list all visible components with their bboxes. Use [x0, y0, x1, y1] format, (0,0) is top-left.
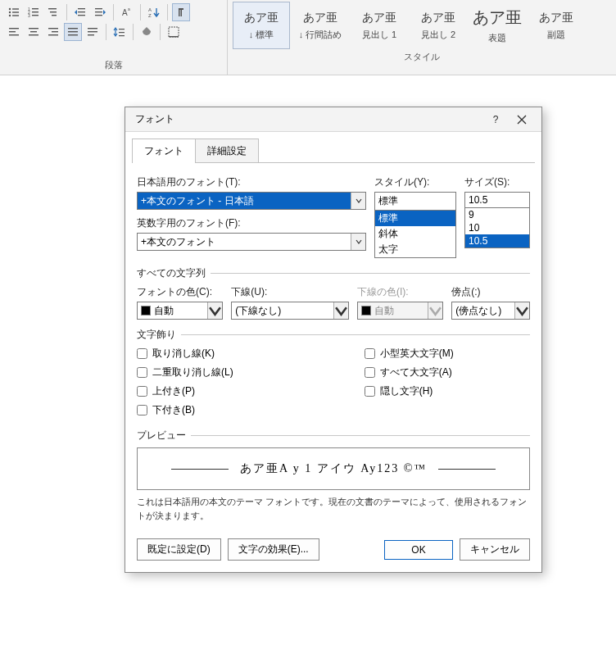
- svg-rect-19: [95, 11, 102, 12]
- tab-advanced[interactable]: 詳細設定: [195, 138, 259, 163]
- svg-rect-25: [9, 28, 19, 29]
- svg-rect-16: [78, 11, 85, 12]
- styles-gallery[interactable]: あア亜↓ 標準 あア亜↓ 行間詰め あア亜見出し 1 あア亜見出し 2 あア亜表…: [233, 0, 611, 49]
- svg-rect-39: [88, 34, 94, 35]
- borders-icon[interactable]: [165, 23, 183, 41]
- size-option[interactable]: 10.5: [465, 234, 529, 247]
- smallcaps-checkbox[interactable]: 小型英大文字(M): [365, 347, 454, 361]
- align-right-icon[interactable]: [44, 23, 62, 41]
- style-listbox[interactable]: 標準 標準 斜体 太字: [374, 192, 456, 258]
- style-option[interactable]: 標準: [375, 211, 455, 226]
- style-label: スタイル(Y):: [374, 175, 456, 189]
- styles-group: あア亜↓ 標準 あア亜↓ 行間詰め あア亜見出し 1 あア亜見出し 2 あア亜表…: [228, 0, 616, 75]
- numbering-icon[interactable]: 123: [25, 3, 43, 21]
- styles-group-label: スタイル: [233, 49, 611, 65]
- show-marks-icon[interactable]: [172, 3, 190, 21]
- chevron-down-icon[interactable]: [207, 302, 222, 319]
- svg-point-4: [9, 15, 11, 16]
- sort-icon[interactable]: AZ: [145, 3, 163, 21]
- style-option[interactable]: 斜体: [375, 226, 455, 242]
- multilevel-icon[interactable]: [44, 3, 62, 21]
- chevron-down-icon[interactable]: [351, 234, 365, 250]
- text-effects-button[interactable]: 文字の効果(E)...: [228, 538, 319, 561]
- jp-font-combo[interactable]: [137, 192, 366, 210]
- phonetic-icon[interactable]: Aa: [118, 3, 136, 21]
- svg-rect-31: [48, 28, 58, 29]
- double-strike-checkbox[interactable]: 二重取り消し線(L): [137, 366, 233, 379]
- style-heading2[interactable]: あア亜見出し 2: [410, 2, 467, 49]
- svg-rect-41: [119, 32, 125, 33]
- svg-rect-37: [88, 28, 97, 29]
- emphasis-label: 傍点(:): [451, 285, 530, 299]
- allcaps-checkbox[interactable]: すべて大文字(A): [365, 366, 454, 379]
- preview-text: あア亜A y 1 アイウ Ay123 ©™: [240, 461, 427, 476]
- ok-button[interactable]: OK: [384, 540, 453, 560]
- svg-rect-36: [68, 34, 78, 35]
- ascii-font-combo[interactable]: [137, 233, 366, 251]
- svg-rect-40: [119, 29, 125, 30]
- svg-text:A: A: [122, 8, 128, 17]
- svg-rect-35: [68, 31, 78, 32]
- close-button[interactable]: [509, 110, 535, 129]
- svg-rect-1: [12, 8, 19, 9]
- style-value[interactable]: 標準: [375, 193, 455, 211]
- hidden-checkbox[interactable]: 隠し文字(H): [365, 384, 454, 398]
- ascii-font-input[interactable]: [138, 234, 351, 250]
- color-swatch-icon: [361, 306, 371, 316]
- chevron-down-icon: [428, 302, 442, 319]
- font-dialog: フォント ? フォント 詳細設定 日本語用のフォント(T): 英数字用のフォント…: [125, 107, 542, 573]
- dialog-titlebar: フォント ?: [125, 107, 541, 132]
- strike-checkbox[interactable]: 取り消し線(K): [137, 347, 233, 361]
- shading-icon[interactable]: [138, 23, 156, 41]
- tab-font[interactable]: フォント: [132, 138, 196, 163]
- cancel-button[interactable]: キャンセル: [460, 538, 530, 561]
- emphasis-combo[interactable]: (傍点なし): [451, 302, 530, 320]
- style-heading1[interactable]: あア亜見出し 1: [351, 2, 408, 49]
- font-color-combo[interactable]: 自動: [137, 302, 223, 320]
- outdent-icon[interactable]: [71, 3, 89, 21]
- font-color-label: フォントの色(C):: [137, 285, 223, 299]
- underline-label: 下線(U):: [231, 285, 349, 299]
- svg-text:3: 3: [28, 13, 30, 18]
- align-justify-icon[interactable]: [64, 23, 82, 41]
- color-swatch-icon: [141, 306, 151, 316]
- align-left-icon[interactable]: [5, 23, 23, 41]
- line-spacing-icon[interactable]: [111, 23, 129, 41]
- jp-font-input[interactable]: [138, 193, 351, 209]
- size-option[interactable]: 10: [465, 221, 529, 234]
- size-value[interactable]: 10.5: [465, 193, 529, 208]
- style-nospacing[interactable]: あア亜↓ 行間詰め: [292, 2, 349, 49]
- help-button[interactable]: ?: [482, 110, 509, 129]
- align-center-icon[interactable]: [25, 23, 43, 41]
- set-default-button[interactable]: 既定に設定(D): [137, 538, 221, 561]
- style-title[interactable]: あア亜表題: [469, 2, 526, 49]
- paragraph-group: 123 Aa AZ: [0, 0, 228, 75]
- paragraph-group-label: 段落: [5, 57, 222, 73]
- bullets-icon[interactable]: [5, 3, 23, 21]
- style-option[interactable]: 太字: [375, 242, 455, 257]
- svg-rect-14: [52, 15, 57, 16]
- svg-rect-18: [95, 8, 102, 9]
- size-label: サイズ(S):: [464, 175, 530, 189]
- superscript-checkbox[interactable]: 上付き(P): [137, 384, 233, 398]
- svg-rect-29: [30, 31, 37, 32]
- chevron-down-icon[interactable]: [351, 193, 365, 209]
- subscript-checkbox[interactable]: 下付き(B): [137, 403, 233, 417]
- preview-box: あア亜A y 1 アイウ Ay123 ©™: [137, 447, 530, 490]
- underline-combo[interactable]: (下線なし): [231, 302, 349, 320]
- indent-icon[interactable]: [91, 3, 109, 21]
- svg-rect-33: [48, 34, 58, 35]
- svg-rect-3: [12, 11, 19, 12]
- size-listbox[interactable]: 10.5 9 10 10.5: [464, 192, 530, 248]
- size-option[interactable]: 9: [465, 208, 529, 221]
- style-subtitle[interactable]: あア亜副題: [528, 2, 585, 49]
- svg-rect-17: [78, 15, 85, 16]
- style-normal[interactable]: あア亜↓ 標準: [233, 2, 290, 49]
- chevron-down-icon[interactable]: [333, 302, 348, 319]
- dialog-tabs: フォント 詳細設定: [125, 132, 541, 163]
- align-distributed-icon[interactable]: [84, 23, 102, 41]
- svg-rect-26: [9, 31, 16, 32]
- svg-text:a: a: [128, 7, 130, 11]
- svg-point-2: [9, 11, 11, 13]
- chevron-down-icon[interactable]: [514, 302, 529, 319]
